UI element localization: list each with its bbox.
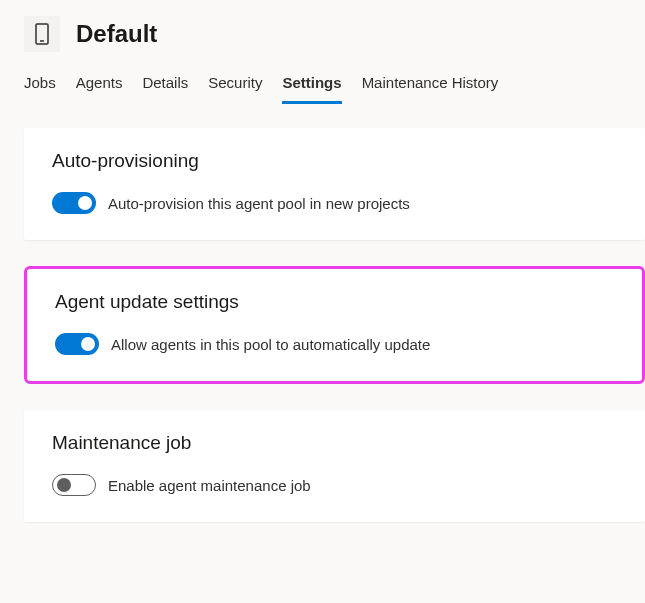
toggle-label-maintenance: Enable agent maintenance job [108,477,311,494]
toggle-thumb [78,196,92,210]
card-maintenance: Maintenance job Enable agent maintenance… [24,410,645,522]
page-header: Default [0,0,645,60]
card-title-agent-update: Agent update settings [55,291,614,313]
tab-details[interactable]: Details [142,68,188,104]
tabs: Jobs Agents Details Security Settings Ma… [0,60,645,104]
toggle-label-auto-provision: Auto-provision this agent pool in new pr… [108,195,410,212]
toggle-auto-provision[interactable] [52,192,96,214]
toggle-agent-update[interactable] [55,333,99,355]
page-title: Default [76,20,157,48]
tab-security[interactable]: Security [208,68,262,104]
tab-maintenance-history[interactable]: Maintenance History [362,68,499,104]
card-auto-provisioning: Auto-provisioning Auto-provision this ag… [24,128,645,240]
tab-jobs[interactable]: Jobs [24,68,56,104]
toggle-label-agent-update: Allow agents in this pool to automatical… [111,336,430,353]
toggle-row-agent-update: Allow agents in this pool to automatical… [55,333,614,355]
pool-icon [24,16,60,52]
toggle-thumb [81,337,95,351]
tab-agents[interactable]: Agents [76,68,123,104]
toggle-maintenance[interactable] [52,474,96,496]
card-title-auto-provisioning: Auto-provisioning [52,150,617,172]
card-agent-update: Agent update settings Allow agents in th… [24,266,645,384]
card-title-maintenance: Maintenance job [52,432,617,454]
toggle-thumb [57,478,71,492]
toggle-row-auto-provisioning: Auto-provision this agent pool in new pr… [52,192,617,214]
tab-settings[interactable]: Settings [282,68,341,104]
settings-content: Auto-provisioning Auto-provision this ag… [0,104,645,522]
toggle-row-maintenance: Enable agent maintenance job [52,474,617,496]
